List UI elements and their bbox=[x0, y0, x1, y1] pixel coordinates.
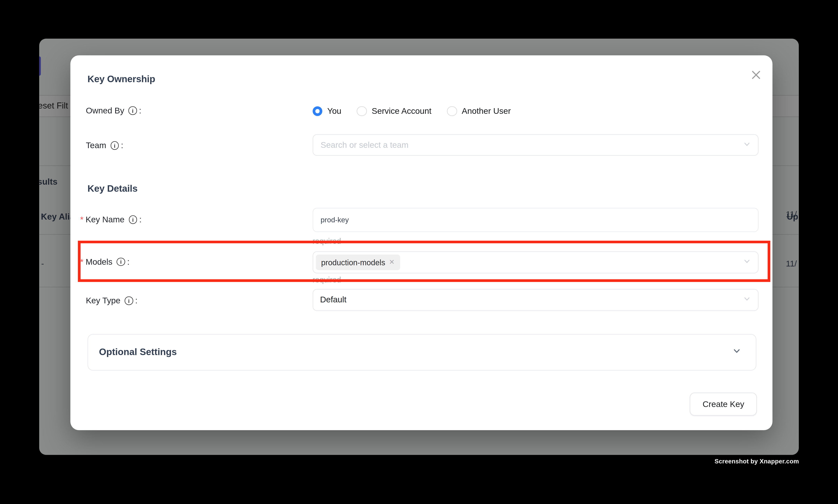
info-icon: i bbox=[125, 297, 133, 305]
close-icon[interactable] bbox=[751, 69, 762, 80]
chevron-down-icon bbox=[743, 140, 751, 150]
screenshot-canvas: eset Filt sults Key Alia Up - 11/ - 11/ … bbox=[0, 0, 838, 504]
modal-title: Key Ownership bbox=[88, 73, 155, 85]
key-name-field[interactable] bbox=[313, 208, 759, 232]
radio-unselected-icon bbox=[357, 106, 367, 116]
chevron-down-icon bbox=[743, 295, 751, 305]
key-name-required-hint: required bbox=[313, 237, 341, 246]
models-required-hint: required bbox=[313, 276, 341, 284]
radio-owned-by-you[interactable]: You bbox=[313, 106, 341, 116]
radio-selected-icon bbox=[313, 106, 323, 116]
remove-tag-icon[interactable]: ✕ bbox=[389, 259, 395, 266]
info-icon: i bbox=[110, 142, 119, 150]
team-select[interactable] bbox=[313, 134, 759, 156]
radio-owned-by-service-account[interactable]: Service Account bbox=[357, 106, 431, 116]
models-multiselect[interactable]: production-models ✕ bbox=[313, 251, 759, 273]
create-key-button[interactable]: Create Key bbox=[690, 393, 757, 416]
owned-by-label: Owned By i : bbox=[86, 106, 141, 116]
info-icon: i bbox=[128, 107, 137, 115]
chevron-down-icon bbox=[732, 347, 741, 358]
radio-unselected-icon bbox=[447, 106, 457, 116]
optional-settings-expander[interactable]: Optional Settings bbox=[88, 334, 756, 371]
optional-settings-title: Optional Settings bbox=[99, 347, 177, 358]
radio-owned-by-another-user[interactable]: Another User bbox=[447, 106, 511, 116]
key-type-value: Default bbox=[313, 295, 346, 305]
chevron-down-icon bbox=[743, 257, 751, 267]
key-name-input[interactable] bbox=[313, 216, 711, 224]
info-icon: i bbox=[117, 258, 125, 266]
key-type-label: Key Type i : bbox=[86, 296, 138, 306]
create-key-modal: Key Ownership Owned By i : You Service A… bbox=[70, 55, 773, 430]
required-marker: * bbox=[80, 257, 84, 267]
key-name-label: * Key Name i : bbox=[80, 215, 142, 225]
watermark: Screenshot by Xnapper.com bbox=[715, 458, 799, 464]
team-label: Team i : bbox=[86, 141, 123, 150]
key-details-section-title: Key Details bbox=[88, 183, 138, 194]
owned-by-radio-group: You Service Account Another User bbox=[313, 103, 511, 120]
models-label: * Models i : bbox=[80, 257, 130, 267]
team-search-input[interactable] bbox=[313, 140, 711, 150]
selected-model-tag: production-models ✕ bbox=[316, 254, 400, 270]
required-marker: * bbox=[80, 215, 84, 225]
key-type-select[interactable]: Default bbox=[313, 289, 759, 311]
info-icon: i bbox=[129, 216, 137, 224]
